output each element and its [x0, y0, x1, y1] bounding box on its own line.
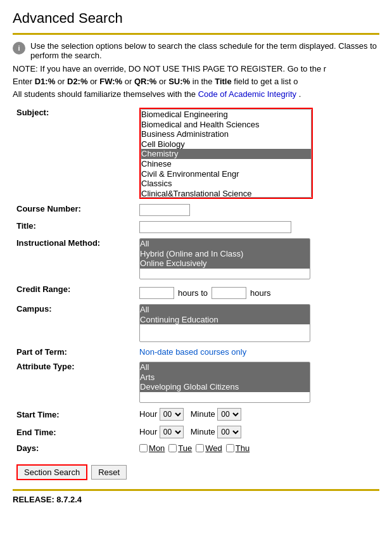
- info-icon: i: [13, 42, 25, 54]
- hours-label: hours: [250, 288, 271, 298]
- end-minute-select[interactable]: 0010152030404550: [217, 426, 241, 438]
- release-bar: RELEASE: 8.7.2.4: [13, 489, 379, 504]
- note1: NOTE: If you have an override, DO NOT US…: [13, 64, 379, 73]
- credit-range-row: Credit Range: hours to hours: [13, 282, 379, 302]
- campus-label: Campus:: [13, 302, 136, 345]
- part-of-term-label: Part of Term:: [13, 345, 136, 359]
- note2: Enter D1:% or D2:% or FW:% or QR:% or SU…: [13, 77, 379, 86]
- subject-label: Subject:: [13, 105, 136, 201]
- method-select[interactable]: AllHybrid (Online and In Class)Online Ex…: [139, 238, 310, 279]
- reset-button[interactable]: Reset: [91, 465, 127, 480]
- day-checkbox-thu[interactable]: [226, 444, 234, 452]
- bold-d2: D2:%: [67, 77, 88, 86]
- bold-fw: FW:%: [99, 77, 122, 86]
- top-divider: [13, 33, 379, 35]
- bold-title: Title: [215, 77, 232, 86]
- day-item-tue: Tue: [168, 443, 192, 453]
- day-label-thu: Thu: [236, 443, 250, 453]
- method-row: Instructional Method: AllHybrid (Online …: [13, 236, 379, 282]
- days-label: Days:: [13, 441, 136, 455]
- bold-d1: D1:%: [35, 77, 56, 86]
- day-checkbox-wed[interactable]: [196, 444, 204, 452]
- day-item-thu: Thu: [226, 443, 250, 453]
- attr-type-label: Attribute Type:: [13, 359, 136, 405]
- course-number-row: Course Number:: [13, 201, 379, 219]
- day-label-tue: Tue: [178, 443, 192, 453]
- campus-row: Campus: AllContinuing Education: [13, 302, 379, 345]
- note3: All students should familiarize themselv…: [13, 89, 379, 99]
- title-input[interactable]: [139, 221, 291, 233]
- info-box: i Use the selection options below to sea…: [13, 41, 379, 60]
- start-minute-label: Minute: [191, 409, 215, 419]
- method-label: Instructional Method:: [13, 236, 136, 282]
- campus-select[interactable]: AllContinuing Education: [139, 304, 310, 342]
- subject-wrapper: Biomedical EngineeringBiomedical and Hea…: [139, 108, 313, 199]
- start-time-label: Start Time:: [13, 405, 136, 423]
- day-item-mon: Mon: [139, 443, 165, 453]
- days-checkboxes: MonTueWedThu: [139, 443, 376, 453]
- note2-suffix: in the: [193, 77, 215, 86]
- day-checkbox-tue[interactable]: [168, 444, 177, 452]
- attr-type-cell: AllArtsDeveloping Global Citizens: [136, 359, 379, 405]
- or3: or: [125, 77, 134, 86]
- or4: or: [159, 77, 168, 86]
- attr-type-select[interactable]: AllArtsDeveloping Global Citizens: [139, 362, 310, 403]
- start-time-cell: Hour 00010203040506070809101112131415161…: [136, 405, 379, 423]
- part-of-term-row: Part of Term: Non-date based courses onl…: [13, 345, 379, 359]
- course-number-label: Course Number:: [13, 201, 136, 219]
- search-form: Subject: Biomedical EngineeringBiomedica…: [13, 105, 379, 455]
- bold-qr: QR:%: [134, 77, 156, 86]
- day-label-mon: Mon: [149, 443, 165, 453]
- title-cell: [136, 219, 379, 236]
- days-row: Days: MonTueWedThu: [13, 441, 379, 455]
- start-time-row: Start Time: Hour 00010203040506070809101…: [13, 405, 379, 423]
- info-text: Use the selection options below to searc…: [30, 41, 379, 60]
- hours-to-label: hours to: [178, 288, 208, 298]
- end-time-cell: Hour 00010203040506070809101112131415161…: [136, 423, 379, 441]
- or2: or: [90, 77, 99, 86]
- bold-su: SU:%: [168, 77, 190, 86]
- integrity-link[interactable]: Code of Academic Integrity: [198, 89, 296, 99]
- attr-type-row: Attribute Type: AllArtsDeveloping Global…: [13, 359, 379, 405]
- end-time-row: End Time: Hour 0001020304050607080910111…: [13, 423, 379, 441]
- credit-from-input[interactable]: [139, 287, 174, 299]
- button-row: Section Search Reset: [13, 464, 379, 480]
- day-label-wed: Wed: [205, 443, 222, 453]
- non-date-text: Non-date based courses only: [139, 347, 246, 357]
- end-hour-label: Hour: [139, 427, 157, 436]
- credit-to-input[interactable]: [212, 287, 246, 299]
- or1: or: [58, 77, 67, 86]
- day-item-wed: Wed: [196, 443, 222, 453]
- course-number-cell: [136, 201, 379, 219]
- day-checkbox-mon[interactable]: [139, 444, 148, 452]
- release-text: RELEASE: 8.7.2.4: [13, 495, 82, 504]
- note2-suffix2: field to get a list o: [234, 77, 298, 86]
- subject-cell: Biomedical EngineeringBiomedical and Hea…: [136, 105, 379, 201]
- note3-prefix: All students should familiarize themselv…: [13, 89, 198, 99]
- title-row: Title:: [13, 219, 379, 236]
- method-cell: AllHybrid (Online and In Class)Online Ex…: [136, 236, 379, 282]
- title-label: Title:: [13, 219, 136, 236]
- start-hour-label: Hour: [139, 409, 157, 419]
- note3-suffix: .: [299, 89, 301, 99]
- end-time-label: End Time:: [13, 423, 136, 441]
- credit-range-cell: hours to hours: [136, 282, 379, 302]
- campus-cell: AllContinuing Education: [136, 302, 379, 345]
- course-number-input[interactable]: [139, 204, 190, 216]
- days-cell: MonTueWedThu: [136, 441, 379, 455]
- start-hour-select[interactable]: 0001020304050607080910111213141516171819…: [160, 408, 184, 421]
- page-title: Advanced Search: [13, 10, 379, 27]
- end-hour-select[interactable]: 0001020304050607080910111213141516171819…: [160, 426, 184, 438]
- start-minute-select[interactable]: 0010152030404550: [217, 408, 241, 421]
- part-of-term-cell: Non-date based courses only: [136, 345, 379, 359]
- credit-range-inputs: hours to hours: [139, 284, 376, 299]
- subject-row: Subject: Biomedical EngineeringBiomedica…: [13, 105, 379, 201]
- credit-range-label: Credit Range:: [13, 282, 136, 302]
- subject-select[interactable]: Biomedical EngineeringBiomedical and Hea…: [141, 109, 312, 198]
- end-minute-label: Minute: [191, 427, 215, 436]
- section-search-button[interactable]: Section Search: [16, 464, 87, 480]
